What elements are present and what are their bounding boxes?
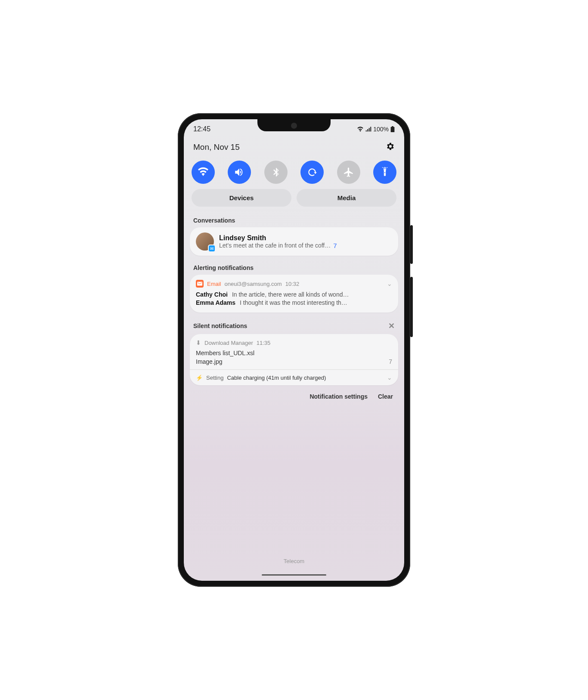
email-sender: Cathy Choi: [196, 291, 228, 298]
silent-header: Silent notifications ✕: [184, 317, 404, 334]
signal-status-icon: [365, 127, 371, 132]
screen: 12:45 100% Mon, Nov 15: [184, 119, 404, 581]
email-item[interactable]: Cathy Choi In the article, there were al…: [196, 291, 392, 298]
setting-label: Setting: [206, 375, 223, 381]
qs-flashlight[interactable]: [373, 161, 396, 184]
email-item[interactable]: Emma Adams I thought it was the most int…: [196, 299, 392, 306]
download-app-name: Download Manager: [204, 340, 253, 346]
devices-button[interactable]: Devices: [192, 189, 291, 207]
setting-text: Cable charging (41m until fully charged): [227, 375, 326, 381]
date-text: Mon, Nov 15: [193, 142, 240, 152]
email-preview: I thought it was the most interesting th…: [240, 299, 347, 306]
alerting-label: Alerting notifications: [193, 264, 254, 271]
email-app-name: Email: [207, 281, 221, 287]
chevron-down-icon[interactable]: ⌄: [387, 280, 392, 287]
rotate-icon: [306, 167, 318, 178]
phone-frame: 12:45 100% Mon, Nov 15: [178, 113, 410, 587]
clear-button[interactable]: Clear: [378, 393, 393, 400]
status-time: 12:45: [193, 125, 210, 133]
status-indicators: 100%: [357, 126, 395, 133]
battery-text: 100%: [373, 126, 389, 133]
home-indicator[interactable]: [262, 574, 326, 576]
email-time: 10:32: [285, 281, 300, 287]
airplane-icon: [343, 167, 354, 178]
download-file-row: Members list_UDL.xsl: [196, 350, 392, 356]
qs-rotate[interactable]: [300, 161, 324, 184]
pill-row: Devices Media: [184, 189, 404, 213]
download-time: 11:35: [257, 340, 271, 346]
close-icon[interactable]: ✕: [388, 321, 395, 331]
settings-gear-icon[interactable]: [385, 142, 395, 153]
notch: [257, 119, 331, 131]
wifi-icon: [198, 167, 209, 178]
battery-status-icon: [390, 126, 395, 132]
qs-wifi[interactable]: [192, 161, 215, 184]
download-icon: ⬇: [196, 339, 201, 346]
download-filename: Image.jpg: [196, 358, 222, 365]
conversation-preview: Let's meet at the cafe in front of the c…: [219, 242, 331, 249]
qs-airplane[interactable]: [337, 161, 360, 184]
notification-settings-button[interactable]: Notification settings: [309, 393, 368, 400]
charging-row[interactable]: ⚡ Setting Cable charging (41m until full…: [196, 374, 392, 381]
email-app-icon: [196, 280, 204, 288]
messages-app-badge-icon: ✉: [208, 245, 216, 252]
silent-label: Silent notifications: [193, 322, 247, 329]
email-from: oneui3@samsung.com: [225, 281, 282, 287]
conversations-header: Conversations: [184, 213, 404, 227]
qs-sound[interactable]: [228, 161, 251, 184]
bolt-icon: ⚡: [196, 375, 203, 381]
alerting-header: Alerting notifications: [184, 260, 404, 275]
date-row: Mon, Nov 15: [184, 133, 404, 157]
silent-card[interactable]: ⬇ Download Manager 11:35 Members list_UD…: [190, 334, 398, 385]
qs-bluetooth[interactable]: [264, 161, 288, 184]
bluetooth-icon: [270, 167, 282, 178]
footer-actions: Notification settings Clear: [184, 390, 404, 403]
media-button[interactable]: Media: [297, 189, 396, 207]
conversations-label: Conversations: [193, 217, 235, 224]
flashlight-icon: [379, 167, 390, 178]
power-button[interactable]: [410, 277, 413, 337]
download-file-row: Image.jpg 7: [196, 358, 392, 365]
sound-icon: [234, 167, 245, 178]
volume-button[interactable]: [410, 225, 413, 264]
conversation-name: Lindsey Smith: [219, 234, 392, 242]
download-filename: Members list_UDL.xsl: [196, 350, 254, 356]
conversation-card[interactable]: ✉ Lindsey Smith Let's meet at the cafe i…: [190, 227, 398, 256]
conversation-count: 7: [331, 242, 337, 249]
email-preview: In the article, there were all kinds of …: [232, 291, 349, 298]
email-card[interactable]: Email oneui3@samsung.com 10:32 ⌄ Cathy C…: [190, 275, 398, 313]
wifi-status-icon: [357, 127, 364, 132]
divider: [190, 369, 398, 370]
chevron-down-icon[interactable]: ⌄: [387, 374, 392, 381]
download-count: 7: [389, 358, 392, 365]
quick-settings-row: [184, 157, 404, 189]
carrier-label: Telecom: [184, 558, 404, 564]
avatar: ✉: [196, 232, 214, 251]
email-sender: Emma Adams: [196, 299, 235, 306]
